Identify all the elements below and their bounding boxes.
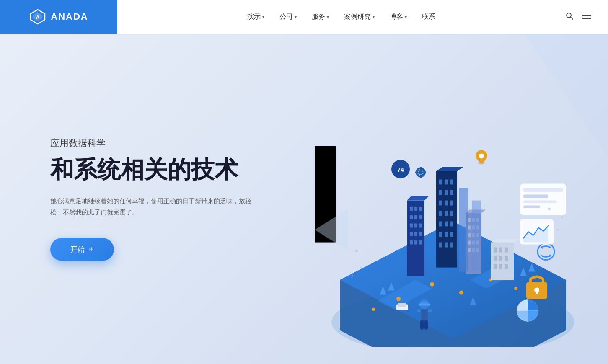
svg-rect-117	[417, 309, 421, 312]
svg-rect-95	[499, 264, 502, 269]
svg-rect-27	[398, 303, 406, 307]
hero-section: 应用数据科学 和系统相关的技术 她心满意足地继续着她的任何幸福，使用正确的日子新…	[0, 34, 608, 364]
svg-rect-68	[419, 240, 422, 244]
svg-rect-40	[439, 211, 442, 216]
chevron-down-icon-casestudies: ▾	[373, 15, 375, 19]
svg-rect-131	[536, 290, 538, 294]
svg-rect-37	[439, 200, 442, 205]
nav-item-blog[interactable]: 博客 ▾	[390, 13, 407, 21]
svg-rect-35	[445, 190, 448, 195]
nav-item-services[interactable]: 服务 ▾	[312, 13, 329, 21]
hero-start-button[interactable]: 开始 +	[50, 238, 114, 261]
svg-rect-58	[414, 215, 417, 219]
svg-rect-45	[450, 221, 453, 226]
svg-text:A: A	[36, 14, 40, 21]
svg-rect-94	[494, 264, 497, 269]
svg-point-100	[419, 170, 423, 174]
city-svg: 74	[281, 62, 608, 347]
hero-illustration: 74	[281, 62, 608, 347]
svg-rect-49	[439, 242, 442, 247]
svg-rect-93	[505, 256, 508, 261]
svg-rect-62	[419, 223, 422, 227]
svg-rect-44	[445, 221, 448, 226]
svg-rect-38	[445, 200, 448, 205]
hero-subtitle: 应用数据科学	[50, 137, 251, 149]
menu-icon[interactable]	[582, 13, 591, 21]
svg-rect-52	[407, 200, 424, 276]
svg-marker-87	[491, 239, 519, 242]
svg-rect-33	[450, 179, 453, 184]
svg-marker-53	[407, 196, 429, 200]
nav-label-casestudies: 案例研究	[344, 13, 371, 21]
svg-point-3	[567, 13, 571, 18]
svg-rect-42	[450, 211, 453, 216]
svg-rect-51	[450, 242, 453, 247]
svg-point-135	[557, 229, 559, 230]
svg-rect-103	[415, 171, 419, 173]
nav-label-contact: 联系	[422, 13, 435, 21]
svg-rect-122	[523, 194, 548, 198]
svg-line-4	[571, 17, 573, 19]
svg-rect-92	[499, 256, 502, 261]
nav-item-contact[interactable]: 联系	[422, 13, 435, 21]
svg-rect-54	[410, 207, 413, 211]
header: A ANADA 演示 ▾ 公司 ▾ 服务 ▾ 案例研究 ▾ 博客 ▾ 联系	[0, 0, 608, 34]
hero-content: 应用数据科学 和系统相关的技术 她心满意足地继续着她的任何幸福，使用正确的日子新…	[50, 137, 251, 261]
svg-rect-43	[439, 221, 442, 226]
svg-point-19	[396, 297, 401, 301]
plus-icon: +	[89, 245, 94, 254]
hero-button-label: 开始	[70, 245, 85, 254]
main-nav: 演示 ▾ 公司 ▾ 服务 ▾ 案例研究 ▾ 博客 ▾ 联系	[117, 13, 565, 21]
svg-rect-88	[494, 247, 497, 252]
nav-item-demo[interactable]: 演示 ▾	[247, 13, 264, 21]
svg-rect-104	[423, 171, 426, 173]
svg-rect-96	[505, 264, 508, 269]
nav-item-company[interactable]: 公司 ▾	[279, 13, 297, 21]
svg-rect-60	[410, 223, 413, 227]
svg-point-20	[430, 282, 434, 286]
svg-rect-41	[445, 211, 448, 216]
svg-rect-64	[414, 232, 417, 236]
logo-area: A ANADA	[0, 0, 117, 34]
svg-point-137	[360, 266, 362, 268]
svg-rect-124	[523, 205, 540, 208]
svg-rect-119	[419, 303, 430, 305]
svg-rect-101	[420, 167, 422, 170]
svg-point-133	[355, 249, 358, 252]
chevron-down-icon-demo: ▾	[262, 15, 264, 19]
svg-rect-57	[410, 215, 413, 219]
svg-rect-61	[414, 223, 417, 227]
nav-label-blog: 博客	[390, 13, 403, 21]
chevron-down-icon-company: ▾	[295, 15, 297, 19]
svg-rect-116	[424, 320, 428, 329]
svg-rect-67	[414, 240, 417, 244]
svg-rect-65	[419, 232, 422, 236]
svg-rect-89	[499, 247, 502, 252]
svg-point-21	[459, 290, 463, 294]
svg-rect-63	[410, 232, 413, 236]
svg-rect-115	[420, 320, 424, 329]
svg-rect-66	[410, 240, 413, 244]
svg-text:74: 74	[397, 166, 404, 173]
svg-rect-50	[445, 242, 448, 247]
svg-point-112	[479, 153, 484, 158]
svg-rect-36	[450, 190, 453, 195]
svg-marker-29	[436, 167, 463, 171]
nav-item-casestudies[interactable]: 案例研究 ▾	[344, 13, 375, 21]
svg-rect-32	[445, 179, 448, 184]
svg-rect-98	[472, 200, 481, 271]
svg-rect-91	[494, 256, 497, 261]
svg-rect-34	[439, 190, 442, 195]
search-icon[interactable]	[565, 12, 574, 22]
svg-point-138	[352, 275, 353, 276]
logo-text: ANADA	[51, 11, 88, 22]
svg-rect-39	[450, 200, 453, 205]
hero-description: 她心满意足地继续着她的任何幸福，使用正确的日子新带来的乏味，放轻松，不然我的儿子…	[50, 195, 251, 218]
svg-rect-56	[419, 207, 422, 211]
svg-rect-59	[419, 215, 422, 219]
svg-rect-121	[523, 188, 563, 192]
svg-rect-113	[421, 308, 428, 321]
svg-rect-55	[414, 207, 417, 211]
nav-label-services: 服务	[312, 13, 325, 21]
nav-label-company: 公司	[279, 13, 293, 21]
